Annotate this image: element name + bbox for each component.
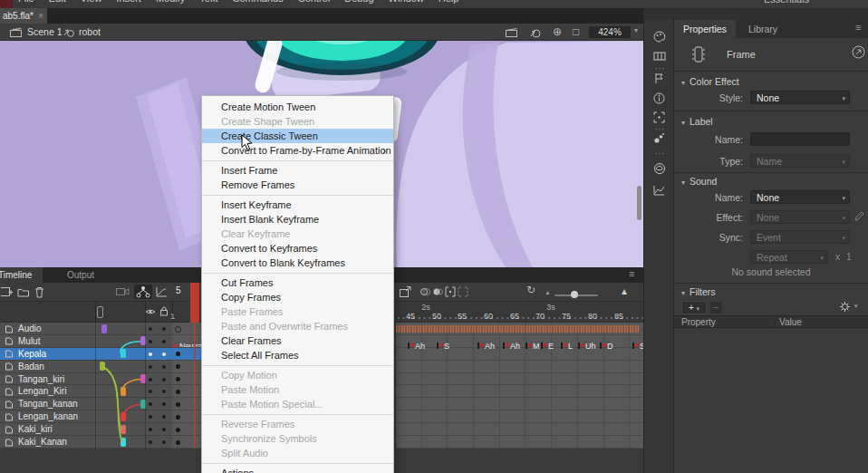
- layer-visibility-dot[interactable]: [149, 365, 152, 369]
- menubar-item[interactable]: Help: [439, 0, 459, 4]
- frame-cell[interactable]: [172, 348, 201, 361]
- layer-name[interactable]: Kaki_kiri: [18, 424, 53, 434]
- workspace-switcher[interactable]: Essentials: [764, 0, 809, 5]
- sound-name-select[interactable]: None▾: [750, 190, 850, 204]
- section-filters[interactable]: ▾Filters: [681, 286, 716, 297]
- frames-row[interactable]: [396, 423, 643, 436]
- menu-item[interactable]: Clear Frames: [202, 333, 393, 348]
- layer-lock-dot[interactable]: [162, 415, 166, 419]
- parent-handle[interactable]: [100, 362, 105, 371]
- layer-visibility-dot[interactable]: [149, 415, 152, 419]
- export-frame-icon[interactable]: [400, 286, 411, 297]
- modify-markers-icon[interactable]: [458, 286, 468, 297]
- edit-symbols-icon[interactable]: [530, 27, 542, 38]
- layer-lock-dot[interactable]: [162, 378, 166, 381]
- menu-item[interactable]: Cut Frames: [202, 275, 393, 290]
- menu-item[interactable]: Actions: [202, 466, 393, 473]
- layer-lock-dot[interactable]: [162, 428, 166, 431]
- frames-row[interactable]: [396, 361, 643, 373]
- zoom-out-timeline-icon[interactable]: ▲: [545, 289, 551, 295]
- menubar-item[interactable]: Insert: [116, 0, 141, 4]
- layer-row[interactable]: Kaki_kiri: [0, 423, 172, 436]
- lipsync-keyframe[interactable]: E: [541, 337, 554, 348]
- menu-item[interactable]: Paste and Overwrite Frames: [202, 319, 393, 333]
- chevron-down-icon[interactable]: ▾: [854, 303, 858, 310]
- frame-cell[interactable]: [172, 361, 201, 373]
- frame-cell[interactable]: [172, 423, 201, 436]
- layer-row[interactable]: Tangan_kiri: [0, 373, 172, 386]
- menu-item[interactable]: Insert Keyframe: [202, 198, 393, 212]
- menu-item[interactable]: Paste Motion: [202, 382, 393, 397]
- menubar-item[interactable]: Commands: [232, 0, 283, 4]
- bounds-icon[interactable]: [653, 111, 665, 123]
- graph-editor-icon[interactable]: [156, 286, 168, 297]
- frame-cell[interactable]: [172, 410, 201, 423]
- layer-name[interactable]: Tangan_kanan: [18, 399, 78, 409]
- lipsync-keyframe[interactable]: Ah: [503, 337, 520, 348]
- menu-item[interactable]: Select All Frames: [202, 348, 393, 362]
- palette-icon[interactable]: [653, 31, 666, 43]
- lipsync-keyframe[interactable]: Uh: [578, 337, 596, 348]
- stage-vertical-scrollbar[interactable]: [637, 186, 641, 220]
- layer-row[interactable]: Mulut: [0, 335, 172, 348]
- layer-name[interactable]: Lengan_Kiri: [18, 386, 66, 396]
- menu-item[interactable]: Convert to Keyframes: [202, 241, 393, 256]
- panel-menu-icon[interactable]: ≡: [629, 268, 634, 279]
- layer-row[interactable]: Kaki_Kanan: [0, 436, 172, 449]
- center-stage-icon[interactable]: ⊕: [553, 25, 562, 38]
- frame-cell[interactable]: Neutral: [172, 335, 201, 348]
- breadcrumb-scene[interactable]: Scene 1: [27, 26, 63, 37]
- lipsync-keyframe[interactable]: D: [600, 337, 613, 348]
- layer-visibility-dot[interactable]: [149, 352, 152, 356]
- frame-cell[interactable]: [172, 398, 201, 410]
- menu-item[interactable]: Reverse Frames: [202, 417, 393, 431]
- layer-lock-dot[interactable]: [162, 352, 166, 356]
- label-name-input[interactable]: [750, 132, 850, 146]
- lipsync-keyframe[interactable]: Ah: [477, 337, 495, 348]
- menubar-item[interactable]: File: [18, 0, 34, 4]
- label-type-select[interactable]: Name▾: [750, 154, 850, 168]
- layer-visibility-dot[interactable]: [149, 390, 152, 393]
- tab-library[interactable]: Library: [739, 20, 786, 38]
- menubar-item[interactable]: Edit: [49, 0, 66, 4]
- layer-name[interactable]: Badan: [18, 362, 44, 372]
- eye-icon[interactable]: [145, 308, 156, 315]
- menu-item[interactable]: Create Classic Tween: [202, 129, 393, 143]
- gear-icon[interactable]: [839, 301, 851, 313]
- edit-scene-icon[interactable]: [506, 27, 518, 37]
- onion-skin-icon[interactable]: [420, 286, 430, 297]
- parent-handle[interactable]: [121, 438, 126, 447]
- camera-icon[interactable]: [116, 286, 130, 296]
- particles-icon[interactable]: [653, 132, 665, 144]
- frame-cell[interactable]: [172, 385, 201, 398]
- frames-row[interactable]: [396, 385, 643, 398]
- info-icon[interactable]: [653, 92, 665, 104]
- menu-item[interactable]: Create Shape Tween: [202, 114, 393, 129]
- layer-name[interactable]: Tangan_kiri: [18, 374, 64, 384]
- parent-handle[interactable]: [121, 349, 126, 358]
- layer-row[interactable]: Badan: [0, 361, 172, 373]
- menubar-item[interactable]: View: [81, 0, 102, 4]
- menubar-item[interactable]: Modify: [156, 0, 185, 4]
- new-layer-icon[interactable]: [1, 286, 13, 297]
- layer-row[interactable]: Lengan_kanan: [0, 410, 172, 423]
- lipsync-keyframe[interactable]: Ah: [408, 337, 425, 348]
- layer-visibility-dot[interactable]: [149, 378, 152, 381]
- timeline-zoom-knob[interactable]: [571, 291, 578, 298]
- menubar-item[interactable]: Window: [389, 0, 424, 4]
- panel-menu-icon[interactable]: ≡: [855, 22, 861, 33]
- new-folder-icon[interactable]: [17, 286, 30, 297]
- tab-output[interactable]: Output: [56, 267, 105, 283]
- section-color-effect[interactable]: ▾Color Effect: [681, 76, 739, 87]
- lipsync-keyframe[interactable]: M: [526, 337, 540, 348]
- repeat-count[interactable]: 1: [846, 252, 852, 262]
- layer-name[interactable]: Audio: [18, 323, 42, 333]
- parent-handle[interactable]: [121, 425, 126, 434]
- zoom-in-timeline-icon[interactable]: ▲: [620, 286, 629, 296]
- close-icon[interactable]: ×: [38, 8, 43, 24]
- frame-cell[interactable]: [172, 373, 201, 386]
- layer-visibility-dot[interactable]: [149, 340, 152, 343]
- lipsync-keyframe[interactable]: L: [561, 337, 573, 348]
- clip-content-icon[interactable]: □: [573, 25, 579, 38]
- section-label[interactable]: ▾Label: [681, 116, 713, 127]
